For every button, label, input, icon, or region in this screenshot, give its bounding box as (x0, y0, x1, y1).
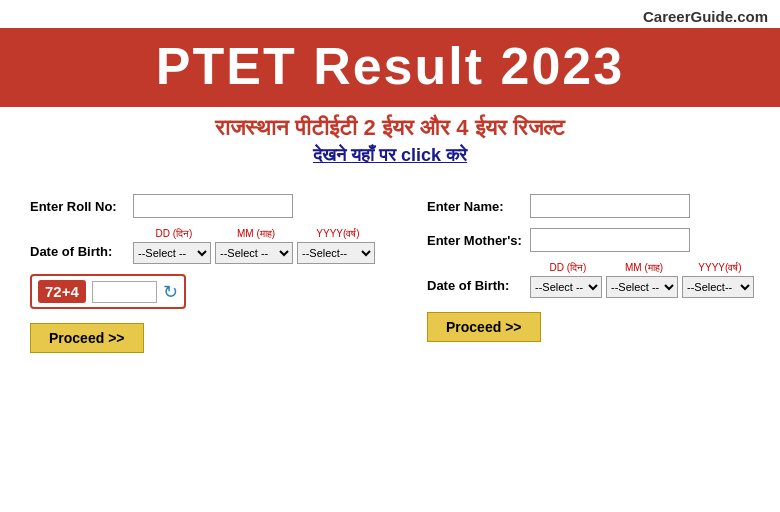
refresh-icon[interactable]: ↻ (163, 281, 178, 303)
mother-input[interactable] (530, 228, 690, 252)
roll-label: Enter Roll No: (30, 199, 125, 214)
name-input[interactable] (530, 194, 690, 218)
captcha-input[interactable] (92, 281, 157, 303)
dob-mm-select-left[interactable]: --Select -- (215, 242, 293, 264)
dob-dd-label-right: DD (दिन) (532, 262, 604, 274)
captcha-box: 72+4 ↻ (30, 274, 186, 309)
dob-mm-label-left: MM (माह) (217, 228, 295, 240)
dob-group-right: DD (दिन) MM (माह) YYYY(वर्ष) --Select --… (530, 262, 756, 298)
dob-labels-left: DD (दिन) MM (माह) YYYY(वर्ष) (135, 228, 377, 240)
subtitle-hindi: राजस्थान पीटीईटी 2 ईयर और 4 ईयर रिजल्ट (0, 115, 780, 141)
dob-label-right: Date of Birth: (427, 278, 522, 293)
dob-mm-select-right[interactable]: --Select -- (606, 276, 678, 298)
proceed-right-row: Proceed >> (427, 308, 756, 342)
dob-yyyy-select-left[interactable]: --Select-- (297, 242, 375, 264)
captcha-row: 72+4 ↻ (30, 274, 377, 309)
dob-yyyy-label-left: YYYY(वर्ष) (299, 228, 377, 240)
click-text: देखने यहाँ पर click करे (0, 145, 780, 166)
proceed-button-left[interactable]: Proceed >> (30, 323, 144, 353)
dob-labels-right: DD (दिन) MM (माह) YYYY(वर्ष) (532, 262, 756, 274)
form-right: Enter Name: Enter Mother's: Date of Birt… (427, 194, 756, 353)
form-left: Enter Roll No: Date of Birth: DD (दिन) M… (30, 194, 377, 353)
captcha-value: 72+4 (38, 280, 86, 303)
dob-mm-label-right: MM (माह) (608, 262, 680, 274)
dob-dd-select-left[interactable]: --Select -- (133, 242, 211, 264)
dob-dd-label-left: DD (दिन) (135, 228, 213, 240)
header-banner: PTET Result 2023 (0, 28, 780, 107)
dob-dd-select-right[interactable]: --Select -- (530, 276, 602, 298)
dob-yyyy-label-right: YYYY(वर्ष) (684, 262, 756, 274)
proceed-left-row: Proceed >> (30, 319, 377, 353)
dob-selects-right: --Select -- --Select -- --Select-- (530, 276, 756, 298)
page-title: PTET Result 2023 (0, 38, 780, 95)
dob-selects-left: --Select -- --Select -- --Select-- (133, 242, 377, 264)
proceed-button-right[interactable]: Proceed >> (427, 312, 541, 342)
name-label: Enter Name: (427, 199, 522, 214)
roll-input[interactable] (133, 194, 293, 218)
dob-yyyy-select-right[interactable]: --Select-- (682, 276, 754, 298)
mother-label: Enter Mother's: (427, 233, 522, 248)
dob-label-left: Date of Birth: (30, 244, 125, 259)
dob-group-left: DD (दिन) MM (माह) YYYY(वर्ष) --Select --… (133, 228, 377, 264)
site-domain: CareerGuide.com (643, 8, 768, 25)
